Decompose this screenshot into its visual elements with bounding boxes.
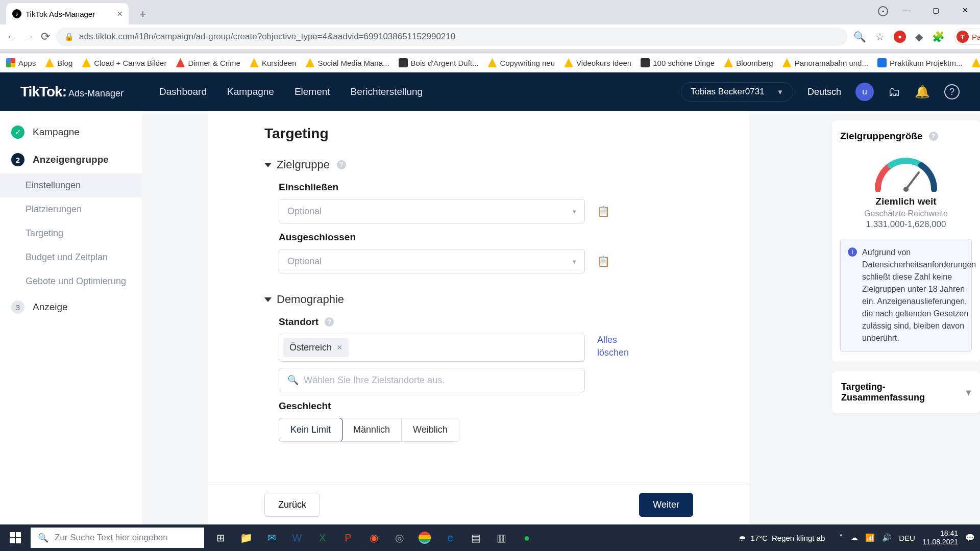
collapse-zielgruppe[interactable]: Zielgruppe ? <box>208 152 749 178</box>
bookmark-video[interactable]: Videokurs Ideen <box>564 58 631 67</box>
location-search-input[interactable] <box>304 375 576 386</box>
create-audience-icon[interactable]: 📋 <box>597 255 610 267</box>
targeting-summary-card[interactable]: Targeting-Zusammenfassung ▾ <box>832 371 980 413</box>
tab-bar: TikTok Ads-Manager × + • — ▢ ✕ <box>0 0 980 24</box>
back-button[interactable]: ← <box>6 30 17 43</box>
user-avatar[interactable]: u <box>855 83 874 101</box>
weather-widget[interactable]: 🌧 17°C Regen klingt ab <box>739 534 825 542</box>
bookmark-kurs[interactable]: Kursideen <box>250 58 297 67</box>
taskbar-search[interactable]: 🔍 Zur Suche Text hier eingeben <box>31 528 204 548</box>
obs-icon[interactable]: ◎ <box>387 524 411 551</box>
mail-icon[interactable]: ✉ <box>259 524 284 551</box>
minimize-button[interactable]: — <box>891 0 921 20</box>
brave-icon[interactable]: ◉ <box>361 524 386 551</box>
gender-male[interactable]: Männlich <box>342 418 402 441</box>
browser-tab[interactable]: TikTok Ads-Manager × <box>6 3 129 24</box>
edge-icon[interactable]: e <box>438 524 462 551</box>
profile-paused-pill[interactable]: T Pausiert <box>954 29 980 45</box>
reload-button[interactable]: ⟳ <box>41 30 50 43</box>
account-dot-icon[interactable]: • <box>878 6 888 16</box>
start-button[interactable] <box>0 532 31 543</box>
lock-icon: 🔒 <box>64 32 74 41</box>
briefcase-icon[interactable]: 🗂 <box>888 85 900 99</box>
remove-tag-icon[interactable]: × <box>337 342 342 353</box>
bookmark-icon <box>641 58 650 67</box>
nav-dashboard[interactable]: Dashboard <box>159 86 207 97</box>
volume-icon[interactable]: 🔊 <box>882 533 892 542</box>
exclude-select[interactable]: Optional ▾ <box>279 249 585 273</box>
help-tooltip-icon[interactable]: ? <box>929 132 938 141</box>
substep-gebote[interactable]: Gebote und Optimierung <box>26 269 142 293</box>
bookmark-dinner[interactable]: Dinner & Crime <box>176 58 240 67</box>
step-kampagne[interactable]: ✓ Kampagne <box>0 118 142 146</box>
wifi-icon[interactable]: 📶 <box>865 533 875 542</box>
bookmark-social[interactable]: Social Media Mana... <box>305 58 389 67</box>
tiktok-logo[interactable]: TikTok: Ads-Manager <box>20 84 124 100</box>
explorer-icon[interactable]: 📁 <box>234 524 258 551</box>
extension-icon[interactable]: ◆ <box>915 31 923 43</box>
bookmark-100[interactable]: 100 schöne Dinge <box>641 58 715 67</box>
taskview-icon[interactable]: ⊞ <box>208 524 233 551</box>
maximize-button[interactable]: ▢ <box>921 0 950 20</box>
clock[interactable]: 18:41 11.08.2021 <box>922 529 958 546</box>
forward-button[interactable]: → <box>23 30 35 43</box>
language-indicator[interactable]: DEU <box>899 534 915 542</box>
notepad-icon[interactable]: ▤ <box>463 524 488 551</box>
chrome-icon[interactable] <box>419 532 431 544</box>
main-content: Targeting Zielgruppe ? Einschließen Opti… <box>142 111 832 524</box>
bell-icon[interactable]: 🔔 <box>915 85 930 99</box>
step-anzeige[interactable]: 3 Anzeige <box>0 293 142 321</box>
help-tooltip-icon[interactable]: ? <box>337 160 346 169</box>
tray-chevron-icon[interactable]: ˄ <box>839 533 843 542</box>
back-button[interactable]: Zurück <box>264 493 320 517</box>
bookmark-copy[interactable]: Copywriting neu <box>488 58 555 67</box>
location-search[interactable]: 🔍 <box>279 368 585 392</box>
bookmark-praktikum2[interactable]: Praktikum WU <box>972 58 981 67</box>
powerpoint-icon[interactable]: P <box>336 524 360 551</box>
onedrive-icon[interactable]: ☁ <box>850 533 858 542</box>
notifications-icon[interactable]: 💬 <box>965 533 975 542</box>
location-tags[interactable]: Österreich × <box>279 334 585 362</box>
gender-no-limit[interactable]: Kein Limit <box>279 418 342 442</box>
star-icon[interactable]: ☆ <box>875 31 885 43</box>
help-icon[interactable]: ? <box>944 84 960 99</box>
close-window-button[interactable]: ✕ <box>950 0 980 20</box>
clear-all-link[interactable]: Alles löschen <box>597 334 628 359</box>
url-field[interactable]: 🔒 ads.tiktok.com/i18n/campaign/ad-group/… <box>56 28 847 46</box>
language-label[interactable]: Deutsch <box>807 87 841 97</box>
spotify-icon[interactable]: ● <box>514 524 539 551</box>
new-tab-button[interactable]: + <box>134 5 152 23</box>
include-select[interactable]: Optional ▾ <box>279 199 585 223</box>
collapse-demographie[interactable]: Demographie <box>208 287 749 312</box>
help-tooltip-icon[interactable]: ? <box>325 317 334 327</box>
bookmark-praktikum1[interactable]: Praktikum Projektm... <box>877 58 963 67</box>
bookmark-apps[interactable]: Apps <box>6 58 36 67</box>
substep-einstellungen[interactable]: Einstellungen <box>0 173 142 197</box>
zoom-icon[interactable]: 🔍 <box>853 31 866 43</box>
substep-budget[interactable]: Budget und Zeitplan <box>26 245 142 269</box>
audience-title: Zielgruppengröße ? <box>840 131 972 142</box>
word-icon[interactable]: W <box>285 524 309 551</box>
nav-reporting[interactable]: Berichterstellung <box>351 86 423 97</box>
bookmark-bois[interactable]: Bois d'Argent Duft... <box>399 58 479 67</box>
bookmark-blog[interactable]: Blog <box>45 58 72 67</box>
gender-female[interactable]: Weiblich <box>402 418 459 441</box>
account-selector[interactable]: Tobias Becker0731 ▼ <box>681 82 793 102</box>
next-button[interactable]: Weiter <box>639 493 693 517</box>
bookmark-panorama[interactable]: Panoramabahn und... <box>782 58 868 67</box>
bookmark-cload[interactable]: Cload + Canva Bilder <box>82 58 166 67</box>
nav-element[interactable]: Element <box>295 86 330 97</box>
nav-kampagne[interactable]: Kampagne <box>227 86 274 97</box>
extension-adblock-icon[interactable]: ● <box>894 31 906 43</box>
extensions-puzzle-icon[interactable]: 🧩 <box>932 31 945 43</box>
bookmark-bloomberg[interactable]: Bloomberg <box>724 58 773 67</box>
excel-icon[interactable]: X <box>310 524 335 551</box>
check-icon: ✓ <box>11 126 24 139</box>
substep-targeting[interactable]: Targeting <box>26 221 142 245</box>
app-icon[interactable]: ▥ <box>489 524 513 551</box>
create-audience-icon[interactable]: 📋 <box>597 205 610 217</box>
profile-avatar-icon: T <box>957 31 969 43</box>
close-tab-icon[interactable]: × <box>117 9 122 19</box>
step-anzeigengruppe[interactable]: 2 Anzeigengruppe <box>0 146 142 173</box>
substep-platzierungen[interactable]: Platzierungen <box>26 197 142 221</box>
